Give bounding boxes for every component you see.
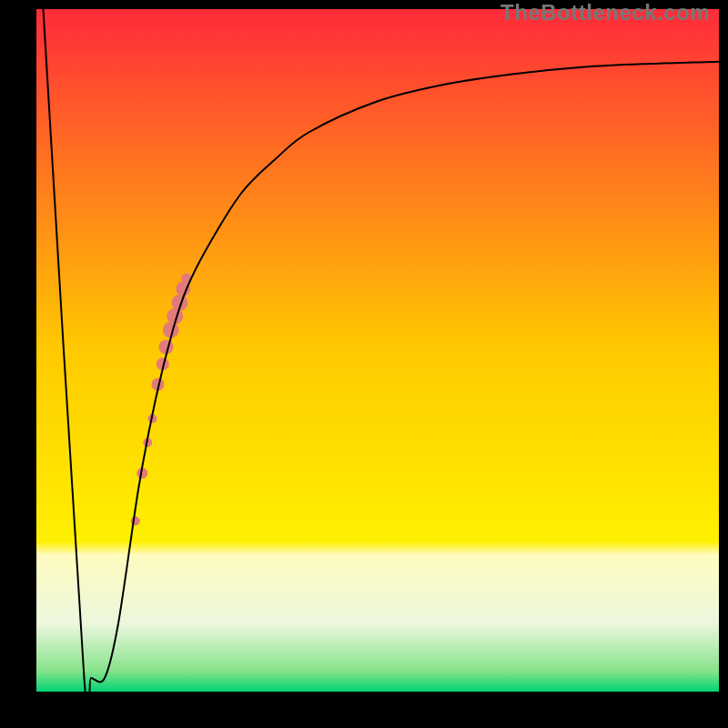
gradient-background: [36, 9, 719, 692]
chart-canvas: TheBottleneck.com: [0, 0, 728, 728]
plot-area: [36, 9, 719, 692]
chart-svg: [36, 9, 719, 692]
watermark-text: TheBottleneck.com: [500, 0, 710, 25]
